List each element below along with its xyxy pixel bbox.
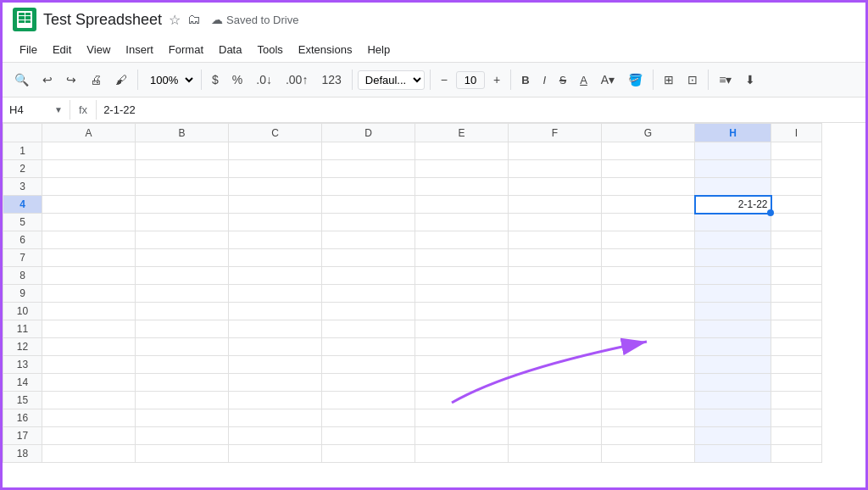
- redo-button[interactable]: ↪: [61, 70, 81, 90]
- cell-i2[interactable]: [771, 160, 822, 178]
- cell-b8[interactable]: [136, 267, 229, 285]
- cell-g16[interactable]: [602, 409, 695, 427]
- zoom-select[interactable]: 100% 75% 125%: [143, 71, 196, 89]
- col-header-d[interactable]: D: [322, 124, 415, 142]
- cell-d10[interactable]: [322, 303, 415, 320]
- cell-h7[interactable]: [695, 249, 771, 267]
- cell-f2[interactable]: [509, 160, 602, 178]
- cell-c15[interactable]: [229, 392, 322, 409]
- cell-a2[interactable]: [42, 160, 136, 178]
- cell-h11[interactable]: [695, 320, 771, 338]
- cell-g17[interactable]: [602, 427, 695, 445]
- font-size-minus-button[interactable]: −: [436, 70, 453, 90]
- cell-i11[interactable]: [771, 320, 822, 338]
- cell-e5[interactable]: [415, 214, 509, 231]
- cell-d11[interactable]: [322, 320, 415, 338]
- cell-i13[interactable]: [771, 356, 822, 374]
- cell-h8[interactable]: [695, 267, 771, 285]
- cell-d3[interactable]: [322, 178, 415, 196]
- menu-edit[interactable]: Edit: [46, 40, 78, 59]
- cell-f12[interactable]: [509, 338, 602, 356]
- cell-d18[interactable]: [322, 445, 415, 463]
- percent-button[interactable]: %: [227, 70, 248, 90]
- cell-e8[interactable]: [415, 267, 509, 285]
- col-header-b[interactable]: B: [136, 124, 229, 142]
- cell-g15[interactable]: [602, 392, 695, 409]
- cell-e15[interactable]: [415, 392, 509, 409]
- cell-i4[interactable]: [771, 196, 822, 214]
- formula-content[interactable]: 2-1-22: [97, 100, 865, 120]
- cell-i14[interactable]: [771, 374, 822, 392]
- cell-g6[interactable]: [602, 231, 695, 249]
- cell-g9[interactable]: [602, 285, 695, 303]
- cell-b6[interactable]: [136, 231, 229, 249]
- cell-a16[interactable]: [42, 409, 136, 427]
- cell-h15[interactable]: [695, 392, 771, 409]
- paint-format-button[interactable]: 🖌: [110, 70, 132, 90]
- cell-f3[interactable]: [509, 178, 602, 196]
- cell-h18[interactable]: [695, 445, 771, 463]
- cell-d17[interactable]: [322, 427, 415, 445]
- cell-b18[interactable]: [136, 445, 229, 463]
- cell-g18[interactable]: [602, 445, 695, 463]
- cell-c3[interactable]: [229, 178, 322, 196]
- cell-c17[interactable]: [229, 427, 322, 445]
- cell-g2[interactable]: [602, 160, 695, 178]
- cell-c2[interactable]: [229, 160, 322, 178]
- cell-d16[interactable]: [322, 409, 415, 427]
- cell-f5[interactable]: [509, 214, 602, 231]
- cell-i6[interactable]: [771, 231, 822, 249]
- cell-a7[interactable]: [42, 249, 136, 267]
- menu-insert[interactable]: Insert: [119, 40, 160, 59]
- cell-e10[interactable]: [415, 303, 509, 320]
- cell-e2[interactable]: [415, 160, 509, 178]
- cell-c1[interactable]: [229, 142, 322, 160]
- cell-e4[interactable]: [415, 196, 509, 214]
- cell-b3[interactable]: [136, 178, 229, 196]
- cell-c10[interactable]: [229, 303, 322, 320]
- cell-d15[interactable]: [322, 392, 415, 409]
- cell-d13[interactable]: [322, 356, 415, 374]
- cell-d8[interactable]: [322, 267, 415, 285]
- font-size-plus-button[interactable]: +: [488, 70, 505, 90]
- cell-reference-box[interactable]: H4 ▼: [3, 100, 70, 120]
- cell-d4[interactable]: [322, 196, 415, 214]
- cell-a18[interactable]: [42, 445, 136, 463]
- cell-b7[interactable]: [136, 249, 229, 267]
- cell-e17[interactable]: [415, 427, 509, 445]
- cell-i1[interactable]: [771, 142, 822, 160]
- cell-b5[interactable]: [136, 214, 229, 231]
- cell-f7[interactable]: [509, 249, 602, 267]
- cell-h6[interactable]: [695, 231, 771, 249]
- valign-button[interactable]: ⬇: [740, 70, 760, 90]
- cell-c16[interactable]: [229, 409, 322, 427]
- menu-help[interactable]: Help: [360, 40, 397, 59]
- cell-e16[interactable]: [415, 409, 509, 427]
- col-header-c[interactable]: C: [229, 124, 322, 142]
- cell-f6[interactable]: [509, 231, 602, 249]
- col-header-f[interactable]: F: [509, 124, 602, 142]
- cell-f15[interactable]: [509, 392, 602, 409]
- cell-f1[interactable]: [509, 142, 602, 160]
- cell-i5[interactable]: [771, 214, 822, 231]
- cell-a12[interactable]: [42, 338, 136, 356]
- cell-d2[interactable]: [322, 160, 415, 178]
- cell-h17[interactable]: [695, 427, 771, 445]
- cell-e1[interactable]: [415, 142, 509, 160]
- cell-d9[interactable]: [322, 285, 415, 303]
- cell-b17[interactable]: [136, 427, 229, 445]
- cell-i10[interactable]: [771, 303, 822, 320]
- cell-b12[interactable]: [136, 338, 229, 356]
- col-header-g[interactable]: G: [602, 124, 695, 142]
- cell-c8[interactable]: [229, 267, 322, 285]
- folder-icon[interactable]: 🗂: [187, 12, 201, 27]
- cell-g3[interactable]: [602, 178, 695, 196]
- cell-i3[interactable]: [771, 178, 822, 196]
- cell-b13[interactable]: [136, 356, 229, 374]
- cell-h12[interactable]: [695, 338, 771, 356]
- col-header-a[interactable]: A: [42, 124, 136, 142]
- cell-a1[interactable]: [42, 142, 136, 160]
- col-header-e[interactable]: E: [415, 124, 509, 142]
- cell-h3[interactable]: [695, 178, 771, 196]
- cell-c11[interactable]: [229, 320, 322, 338]
